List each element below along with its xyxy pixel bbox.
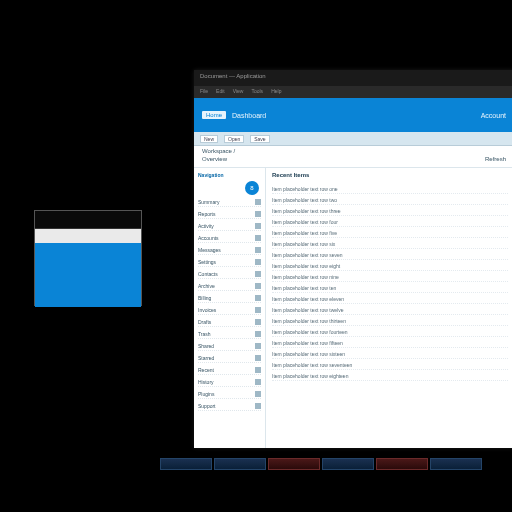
list-item[interactable]: Item placeholder text row nine [272, 273, 508, 282]
sidebar-item-label: Billing [198, 295, 211, 301]
taskbar-button[interactable] [430, 458, 482, 470]
sidebar: Navigation 8 Summary Reports Activity Ac… [194, 168, 266, 448]
row-icon [255, 343, 261, 349]
list-item[interactable]: Item placeholder text row five [272, 229, 508, 238]
list-item[interactable]: Item placeholder text row one [272, 185, 508, 194]
list-item[interactable]: Item placeholder text row ten [272, 284, 508, 293]
taskbar-button[interactable] [214, 458, 266, 470]
row-icon [255, 307, 261, 313]
list-item[interactable]: Item placeholder text row thirteen [272, 317, 508, 326]
sidebar-item[interactable]: Contacts [198, 270, 261, 279]
sidebar-item-label: Plugins [198, 391, 214, 397]
content: Navigation 8 Summary Reports Activity Ac… [194, 168, 512, 448]
sidebar-item[interactable]: Drafts [198, 318, 261, 327]
menu-edit[interactable]: Edit [216, 88, 225, 96]
row-icon [255, 271, 261, 277]
sidebar-item-label: Contacts [198, 271, 218, 277]
toolbar-new[interactable]: New [200, 135, 218, 143]
list-item[interactable]: Item placeholder text row fifteen [272, 339, 508, 348]
sidebar-item[interactable]: Summary [198, 198, 261, 207]
row-icon [255, 367, 261, 373]
sidebar-item-label: Messages [198, 247, 221, 253]
sidebar-item-label: Reports [198, 211, 216, 217]
sidebar-item[interactable]: Invoices [198, 306, 261, 315]
toolbar-save[interactable]: Save [250, 135, 269, 143]
sidebar-item[interactable]: Archive [198, 282, 261, 291]
taskbar-button[interactable] [376, 458, 428, 470]
banner-tag[interactable]: Home [202, 111, 226, 119]
taskbar-button[interactable] [322, 458, 374, 470]
menu-view[interactable]: View [233, 88, 244, 96]
taskbar-button[interactable] [268, 458, 320, 470]
row-icon [255, 295, 261, 301]
titlebar[interactable]: Document — Application [194, 70, 512, 86]
list-item[interactable]: Item placeholder text row four [272, 218, 508, 227]
sidebar-item-label: Archive [198, 283, 215, 289]
sidebar-item[interactable]: Activity [198, 222, 261, 231]
list-item[interactable]: Item placeholder text row fourteen [272, 328, 508, 337]
row-icon [255, 235, 261, 241]
list-item[interactable]: Item placeholder text row six [272, 240, 508, 249]
sidebar-item[interactable]: Support [198, 402, 261, 411]
menu-bar: File Edit View Tools Help [194, 86, 512, 98]
list-item[interactable]: Item placeholder text row eleven [272, 295, 508, 304]
row-icon [255, 355, 261, 361]
sidebar-item[interactable]: Plugins [198, 390, 261, 399]
list-item[interactable]: Item placeholder text row seven [272, 251, 508, 260]
count-badge: 8 [245, 181, 259, 195]
breadcrumb-bar: Workspace / Overview Refresh [194, 146, 512, 168]
banner-label: Dashboard [232, 112, 266, 119]
sidebar-item-label: History [198, 379, 214, 385]
sidebar-item-label: Summary [198, 199, 219, 205]
sidebar-item-label: Support [198, 403, 216, 409]
sidebar-item[interactable]: Accounts [198, 234, 261, 243]
sidebar-item[interactable]: Billing [198, 294, 261, 303]
sidebar-item[interactable]: Messages [198, 246, 261, 255]
list-item[interactable]: Item placeholder text row three [272, 207, 508, 216]
row-icon [255, 283, 261, 289]
sidebar-item-label: Settings [198, 259, 216, 265]
breadcrumb[interactable]: Workspace / [202, 148, 506, 154]
sidebar-item-label: Recent [198, 367, 214, 373]
secondary-window-body [35, 229, 141, 307]
sidebar-item-label: Starred [198, 355, 214, 361]
list-item[interactable]: Item placeholder text row seventeen [272, 361, 508, 370]
row-icon [255, 211, 261, 217]
row-icon [255, 259, 261, 265]
sidebar-item[interactable]: Trash [198, 330, 261, 339]
banner-account[interactable]: Account [481, 112, 506, 119]
list-item[interactable]: Item placeholder text row sixteen [272, 350, 508, 359]
list-item[interactable]: Item placeholder text row eighteen [272, 372, 508, 381]
sidebar-item-label: Accounts [198, 235, 219, 241]
toolbar-open[interactable]: Open [224, 135, 244, 143]
sidebar-item[interactable]: Reports [198, 210, 261, 219]
row-icon [255, 223, 261, 229]
list-item[interactable]: Item placeholder text row twelve [272, 306, 508, 315]
toolbar: New Open Save [194, 132, 512, 146]
row-icon [255, 331, 261, 337]
row-icon [255, 319, 261, 325]
taskbar [160, 458, 512, 470]
secondary-window[interactable] [34, 210, 142, 306]
sidebar-item[interactable]: Settings [198, 258, 261, 267]
secondary-window-titlebar[interactable] [35, 211, 141, 229]
sidebar-item[interactable]: Shared [198, 342, 261, 351]
menu-tools[interactable]: Tools [251, 88, 263, 96]
list-heading: Recent Items [272, 172, 508, 178]
sidebar-item-label: Shared [198, 343, 214, 349]
menu-help[interactable]: Help [271, 88, 281, 96]
sidebar-item[interactable]: Starred [198, 354, 261, 363]
titlebar-text: Document — Application [200, 73, 266, 79]
sidebar-item[interactable]: Recent [198, 366, 261, 375]
sidebar-item-label: Activity [198, 223, 214, 229]
list-item[interactable]: Item placeholder text row eight [272, 262, 508, 271]
sidebar-item[interactable]: History [198, 378, 261, 387]
sidebar-item-label: Drafts [198, 319, 211, 325]
sidebar-heading: Navigation [198, 172, 261, 178]
refresh-link[interactable]: Refresh [485, 156, 506, 162]
menu-file[interactable]: File [200, 88, 208, 96]
page-title: Overview [202, 156, 227, 162]
taskbar-button[interactable] [160, 458, 212, 470]
list-item[interactable]: Item placeholder text row two [272, 196, 508, 205]
sidebar-item-label: Trash [198, 331, 211, 337]
